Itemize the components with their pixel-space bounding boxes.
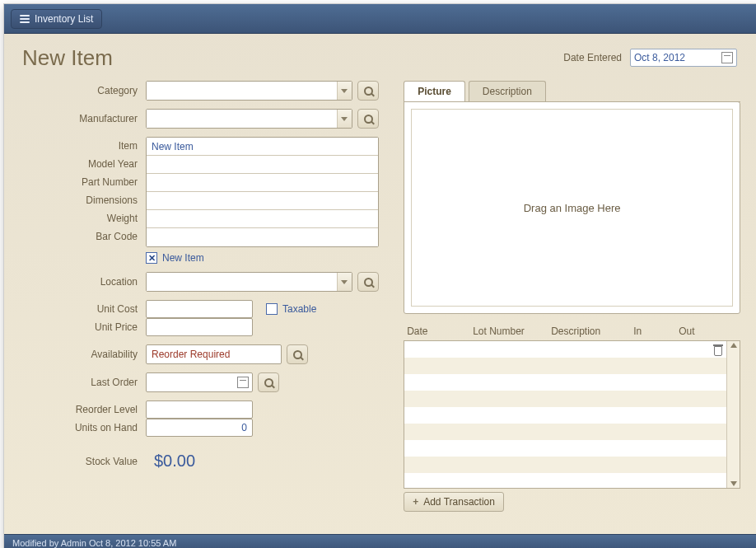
toolbar: Inventory List (4, 4, 756, 34)
stock-value-label: Stock Value (22, 456, 146, 467)
bar-code-input[interactable] (147, 228, 378, 246)
plus-icon: + (413, 496, 418, 508)
image-dropzone[interactable]: Drag an Image Here (411, 109, 733, 307)
new-item-checkbox[interactable]: ✕ (146, 252, 157, 264)
last-order-label: Last Order (22, 377, 146, 388)
stock-value: $0.00 (154, 452, 195, 471)
availability-value: Reorder Required (152, 349, 230, 360)
search-icon (293, 350, 302, 359)
unit-price-input[interactable] (146, 318, 253, 336)
transactions-header: Date Lot Number Description In Out (404, 326, 740, 340)
new-item-check-label[interactable]: New Item (162, 252, 204, 264)
tx-col-in: In (633, 326, 679, 337)
inventory-list-button[interactable]: Inventory List (11, 9, 102, 29)
dropzone-text: Drag an Image Here (524, 202, 621, 214)
location-dropdown-button[interactable] (337, 273, 352, 291)
category-label: Category (22, 85, 146, 96)
search-icon (364, 278, 373, 287)
taxable-checkbox[interactable] (266, 303, 278, 315)
list-icon (20, 15, 30, 23)
item-label: Item (22, 137, 138, 155)
date-entered-group: Date Entered Oct 8, 2012 (563, 49, 737, 67)
category-dropdown-button[interactable] (337, 82, 352, 100)
location-input[interactable] (147, 273, 337, 291)
picture-tabpane: Drag an Image Here (404, 101, 740, 314)
delete-row-button[interactable] (713, 344, 723, 358)
table-row[interactable] (404, 424, 726, 440)
statusbar-text: Modified by Admin Oct 8, 2012 10:55 AM (12, 538, 176, 548)
weight-input[interactable] (147, 210, 378, 227)
availability-label: Availability (22, 349, 146, 360)
date-entered-value: Oct 8, 2012 (634, 52, 685, 63)
table-row[interactable] (404, 341, 726, 358)
table-row[interactable] (404, 457, 726, 473)
unit-cost-input[interactable] (146, 300, 253, 318)
category-search-button[interactable] (357, 81, 379, 101)
calendar-icon[interactable] (237, 377, 249, 388)
table-row[interactable] (404, 391, 726, 407)
table-row[interactable] (404, 374, 726, 391)
weight-label: Weight (22, 209, 138, 227)
date-entered-field[interactable]: Oct 8, 2012 (630, 49, 737, 67)
transactions-rows[interactable] (404, 341, 726, 488)
dimensions-label: Dimensions (22, 191, 138, 209)
search-icon (264, 378, 273, 387)
item-details-stack (146, 137, 379, 247)
table-row[interactable] (404, 358, 726, 374)
inventory-item-window: Inventory List New Item Date Entered Oct… (3, 3, 756, 548)
statusbar: Modified by Admin Oct 8, 2012 10:55 AM (4, 534, 756, 548)
model-year-label: Model Year (22, 155, 138, 173)
units-on-hand-label: Units on Hand (22, 422, 146, 433)
chevron-down-icon (341, 117, 348, 121)
tabs: Picture Description (404, 81, 740, 102)
tab-picture[interactable]: Picture (404, 81, 465, 101)
unit-price-label: Unit Price (22, 321, 146, 333)
scroll-up-icon[interactable] (730, 343, 737, 348)
availability-search-button[interactable] (287, 344, 308, 364)
manufacturer-search-button[interactable] (357, 109, 379, 129)
transactions-scrollbar[interactable] (726, 341, 740, 488)
manufacturer-dropdown-button[interactable] (337, 110, 352, 128)
tab-description[interactable]: Description (469, 81, 546, 101)
unit-cost-label: Unit Cost (22, 303, 146, 315)
tx-col-date: Date (407, 326, 473, 337)
add-transaction-label: Add Transaction (423, 496, 495, 508)
units-on-hand-input[interactable] (146, 419, 253, 437)
manufacturer-input[interactable] (147, 110, 337, 128)
search-icon (364, 115, 373, 124)
transactions-grid (404, 340, 740, 489)
tx-col-lot: Lot Number (473, 326, 551, 337)
part-number-label: Part Number (22, 173, 138, 191)
category-combo[interactable] (146, 81, 352, 101)
tx-col-desc: Description (551, 326, 633, 337)
location-label: Location (22, 276, 146, 288)
calendar-icon[interactable] (721, 52, 733, 63)
category-input[interactable] (147, 82, 337, 100)
part-number-input[interactable] (147, 174, 378, 191)
table-row[interactable] (404, 473, 726, 488)
add-transaction-button[interactable]: + Add Transaction (404, 492, 504, 512)
location-search-button[interactable] (357, 272, 379, 292)
taxable-label[interactable]: Taxable (282, 303, 316, 315)
inventory-list-label: Inventory List (35, 13, 93, 25)
dimensions-input[interactable] (147, 192, 378, 209)
chevron-down-icon (341, 280, 348, 284)
chevron-down-icon (341, 89, 348, 93)
reorder-level-label: Reorder Level (22, 404, 146, 415)
scroll-down-icon[interactable] (730, 481, 737, 486)
item-input[interactable] (147, 138, 378, 155)
manufacturer-label: Manufacturer (22, 113, 146, 124)
availability-field[interactable]: Reorder Required (146, 344, 282, 364)
tx-col-out: Out (679, 326, 724, 337)
last-order-search-button[interactable] (258, 372, 279, 392)
search-icon (364, 87, 373, 96)
date-entered-label: Date Entered (563, 52, 622, 63)
table-row[interactable] (404, 407, 726, 424)
manufacturer-combo[interactable] (146, 109, 352, 129)
location-combo[interactable] (146, 272, 352, 292)
model-year-input[interactable] (147, 156, 378, 173)
reorder-level-input[interactable] (146, 400, 253, 419)
table-row[interactable] (404, 440, 726, 457)
last-order-field[interactable] (146, 372, 253, 392)
bar-code-label: Bar Code (22, 227, 138, 246)
